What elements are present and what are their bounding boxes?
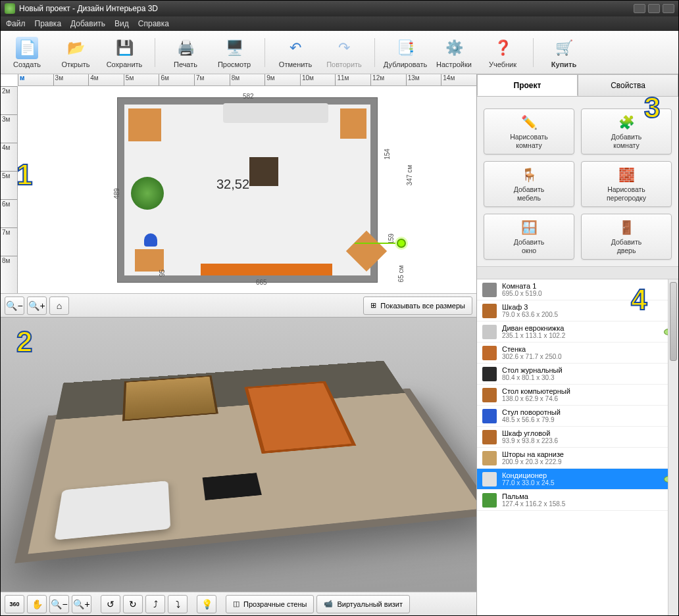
show-all-dims-button[interactable]: ⊞Показывать все размеры: [363, 296, 472, 315]
object-name: Диван еврокнижка: [502, 324, 659, 332]
list-item[interactable]: Стенка302.6 x 71.7 x 250.0: [477, 343, 678, 364]
zoom-out-3d-button[interactable]: 🔍−: [49, 595, 69, 613]
list-item[interactable]: Кондиционер77.0 x 33.0 x 24.5: [477, 469, 678, 490]
furniture-plant[interactable]: [131, 177, 164, 210]
object-name: Шкаф угловой: [502, 429, 673, 437]
object-name: Стенка: [502, 345, 673, 353]
maximize-button[interactable]: [648, 4, 660, 13]
transparent-walls-button[interactable]: ◫Прозрачные стены: [226, 595, 314, 613]
pan-button[interactable]: ✋: [27, 595, 47, 613]
tilt-down-button[interactable]: ⤵: [168, 595, 188, 613]
print-button[interactable]: 🖨️Печать: [164, 37, 207, 68]
list-item[interactable]: Стол компьютерный138.0 x 62.9 x 74.6: [477, 385, 678, 406]
view-3d-area[interactable]: 2 360 ✋ 🔍− 🔍+ ↺ ↻ ⤴ ⤵: [1, 318, 476, 615]
draw-room-button[interactable]: ✏️Нарисоватькомнату: [484, 108, 574, 154]
settings-button[interactable]: ⚙️Настройки: [433, 37, 475, 68]
annotation-badge-2: 2: [16, 325, 48, 362]
list-item[interactable]: Шкаф 379.0 x 63.6 x 200.5: [477, 300, 678, 321]
duplicate-button[interactable]: 📑Дублировать: [384, 37, 426, 68]
rotate-left-button[interactable]: ↺: [101, 595, 120, 613]
create-button[interactable]: 📄Создать: [6, 37, 48, 68]
menu-view[interactable]: Вид: [114, 19, 129, 28]
list-item[interactable]: Шкаф угловой93.9 x 93.8 x 223.6: [477, 427, 678, 448]
plan-canvas[interactable]: 32,52 582 154 159 489 9: [18, 86, 476, 293]
buy-button[interactable]: 🛒Купить: [543, 37, 585, 68]
zoom-out-button[interactable]: 🔍−: [5, 296, 24, 315]
list-item[interactable]: Комната 1695.0 x 519.0: [477, 279, 678, 300]
furniture-chair[interactable]: [144, 233, 157, 247]
scrollbar-thumb[interactable]: [670, 282, 677, 361]
selection-handle[interactable]: [397, 239, 406, 248]
list-item[interactable]: Пальма127.4 x 116.2 x 158.5: [477, 490, 678, 511]
furniture-corner-wardrobe[interactable]: [346, 231, 387, 272]
furniture-wardrobe[interactable]: [128, 108, 161, 141]
object-icon: [482, 451, 497, 465]
save-button[interactable]: 💾Сохранить: [103, 37, 145, 68]
undo-button[interactable]: ↶Отменить: [274, 37, 316, 68]
object-list: 4 Комната 1695.0 x 519.0Шкаф 379.0 x 63.…: [477, 279, 678, 615]
rotate-360-button[interactable]: 360: [5, 595, 24, 613]
object-icon: [482, 430, 497, 444]
furniture-sofa[interactable]: [223, 103, 328, 123]
object-dimensions: 138.0 x 62.9 x 74.6: [502, 395, 673, 402]
add-window-button[interactable]: 🪟Добавитьокно: [484, 214, 574, 260]
object-name: Стол журнальный: [502, 366, 673, 374]
object-dimensions: 200.9 x 20.3 x 222.9: [502, 458, 673, 465]
light-button[interactable]: 💡: [197, 595, 216, 613]
open-button[interactable]: 📂Открыть: [55, 37, 97, 68]
menu-edit[interactable]: Правка: [35, 19, 62, 28]
draw-partition-button[interactable]: 🧱Нарисоватьперегородку: [581, 161, 672, 207]
object-icon: [482, 283, 497, 297]
project-actions: 3 ✏️Нарисоватькомнату 🧩Добавитькомнату 🪑…: [477, 97, 678, 266]
object-dimensions: 302.6 x 71.7 x 250.0: [502, 353, 673, 360]
menu-add[interactable]: Добавить: [70, 19, 105, 28]
furniture-shelf[interactable]: [340, 108, 366, 139]
menu-help[interactable]: Справка: [138, 19, 169, 28]
plan-2d-area: 1 м3м4м5м6м7м8м9м10м11м12м13м14м 2м3м4м5…: [1, 74, 476, 318]
redo-button[interactable]: ↷Повторить: [323, 37, 365, 68]
list-item[interactable]: Диван еврокнижка235.1 x 113.1 x 102.2: [477, 321, 678, 343]
tab-properties[interactable]: Свойства: [578, 74, 678, 96]
virtual-visit-button[interactable]: 📹Виртуальный визит: [316, 595, 410, 613]
close-button[interactable]: [663, 4, 674, 13]
furniture-coffee-table[interactable]: [249, 157, 278, 186]
room-outline[interactable]: 32,52 582 154 159 489 9: [118, 98, 377, 282]
rotate-right-button[interactable]: ↻: [123, 595, 143, 613]
main-toolbar: 📄Создать 📂Открыть 💾Сохранить 🖨️Печать 🖥️…: [1, 31, 678, 74]
view3d-toolbar: 360 ✋ 🔍− 🔍+ ↺ ↻ ⤴ ⤵ 💡 ◫Прозрачные стены …: [1, 592, 476, 615]
object-name: Кондиционер: [502, 471, 659, 479]
object-icon: [482, 472, 497, 486]
selection-connector: [355, 243, 395, 244]
list-item[interactable]: Стул поворотный48.5 x 56.6 x 79.9: [477, 406, 678, 427]
add-furniture-button[interactable]: 🪑Добавитьмебель: [484, 161, 574, 207]
object-name: Стол компьютерный: [502, 387, 673, 395]
home-view-button[interactable]: ⌂: [49, 296, 69, 315]
object-dimensions: 93.9 x 93.8 x 223.6: [502, 437, 673, 444]
object-dimensions: 127.4 x 116.2 x 158.5: [502, 500, 673, 508]
room-area-label: 32,52: [216, 177, 249, 192]
zoom-in-3d-button[interactable]: 🔍+: [72, 595, 91, 613]
furniture-wall-unit[interactable]: [201, 264, 332, 275]
add-door-button[interactable]: 🚪Добавитьдверь: [581, 214, 672, 260]
object-dimensions: 79.0 x 63.6 x 200.5: [502, 311, 673, 318]
zoom-in-button[interactable]: 🔍+: [27, 296, 47, 315]
list-scrollbar[interactable]: [668, 279, 678, 615]
minimize-button[interactable]: [634, 4, 645, 13]
panel-divider: [477, 266, 678, 279]
object-dimensions: 77.0 x 33.0 x 24.5: [502, 479, 659, 486]
tilt-up-button[interactable]: ⤴: [145, 595, 165, 613]
object-dimensions: 235.1 x 113.1 x 102.2: [502, 332, 659, 339]
object-name: Шторы на карнизе: [502, 450, 673, 458]
object-dimensions: 695.0 x 519.0: [502, 290, 673, 297]
object-name: Комната 1: [502, 282, 673, 290]
list-item[interactable]: Стол журнальный80.4 x 80.1 x 30.3: [477, 364, 678, 385]
menu-file[interactable]: Файл: [6, 19, 26, 28]
object-name: Стул поворотный: [502, 408, 673, 416]
list-item[interactable]: Шторы на карнизе200.9 x 20.3 x 222.9: [477, 448, 678, 469]
add-room-button[interactable]: 🧩Добавитькомнату: [581, 108, 672, 154]
tutorial-button[interactable]: ❓Учебник: [482, 37, 524, 68]
furniture-desk[interactable]: [135, 249, 164, 272]
plan-toolbar: 🔍− 🔍+ ⌂ ⊞Показывать все размеры: [1, 293, 476, 317]
preview-button[interactable]: 🖥️Просмотр: [213, 37, 255, 68]
tab-project[interactable]: Проект: [477, 74, 578, 96]
